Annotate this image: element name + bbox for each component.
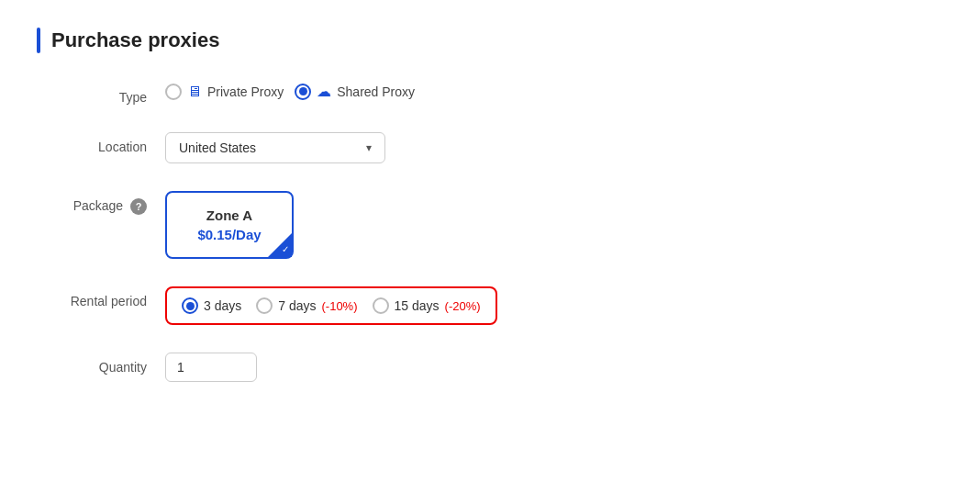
type-options: 🖥 Private Proxy ☁ Shared Proxy bbox=[165, 83, 415, 100]
type-option-shared[interactable]: ☁ Shared Proxy bbox=[295, 83, 415, 100]
rental-period-group: 3 days 7 days (-10%) 15 days (-20%) bbox=[165, 286, 497, 325]
package-row: Package ? Zone A $0.15/Day ✓ bbox=[37, 191, 943, 259]
rental-content: 3 days 7 days (-10%) 15 days (-20%) bbox=[165, 286, 497, 325]
package-content: Zone A $0.15/Day ✓ bbox=[165, 191, 294, 259]
chevron-down-icon: ▾ bbox=[366, 141, 372, 154]
location-value: United States bbox=[179, 140, 256, 155]
radio-15days[interactable] bbox=[373, 297, 389, 314]
location-label: Location bbox=[37, 132, 147, 154]
shared-proxy-icon: ☁ bbox=[317, 83, 331, 100]
shared-proxy-label: Shared Proxy bbox=[337, 84, 415, 99]
package-name: Zone A bbox=[189, 207, 270, 223]
rental-label: Rental period bbox=[37, 286, 147, 308]
type-label: Type bbox=[37, 83, 147, 105]
rental-option-7days[interactable]: 7 days (-10%) bbox=[256, 297, 357, 314]
rental-7days-discount: (-10%) bbox=[322, 299, 358, 313]
quantity-label: Quantity bbox=[37, 353, 147, 375]
location-content: United States ▾ bbox=[165, 132, 385, 163]
private-proxy-icon: 🖥 bbox=[187, 84, 202, 100]
location-row: Location United States ▾ bbox=[37, 132, 943, 163]
type-option-private[interactable]: 🖥 Private Proxy bbox=[165, 84, 284, 100]
package-card-zone-a[interactable]: Zone A $0.15/Day ✓ bbox=[165, 191, 294, 259]
rental-row: Rental period 3 days 7 days (-10%) 15 da… bbox=[37, 286, 943, 325]
radio-shared[interactable] bbox=[295, 84, 311, 100]
quantity-content bbox=[165, 353, 257, 382]
rental-15days-discount: (-20%) bbox=[445, 299, 481, 313]
rental-option-3days[interactable]: 3 days bbox=[182, 297, 241, 314]
quantity-input[interactable] bbox=[165, 353, 257, 382]
package-price: $0.15/Day bbox=[189, 227, 270, 242]
type-row: Type 🖥 Private Proxy ☁ Shared Proxy bbox=[37, 83, 943, 105]
page-header: Purchase proxies bbox=[37, 28, 943, 53]
quantity-row: Quantity bbox=[37, 353, 943, 382]
radio-3days[interactable] bbox=[182, 297, 198, 314]
title-accent-bar bbox=[37, 28, 40, 53]
rental-7days-label: 7 days bbox=[278, 298, 316, 313]
package-label: Package ? bbox=[37, 191, 147, 215]
package-selected-indicator: ✓ bbox=[268, 233, 292, 257]
location-dropdown[interactable]: United States ▾ bbox=[165, 132, 385, 163]
rental-option-15days[interactable]: 15 days (-20%) bbox=[373, 297, 481, 314]
private-proxy-label: Private Proxy bbox=[207, 84, 284, 99]
checkmark-icon: ✓ bbox=[282, 244, 289, 254]
radio-7days[interactable] bbox=[256, 297, 273, 314]
page-title: Purchase proxies bbox=[51, 28, 219, 52]
package-help-icon[interactable]: ? bbox=[130, 198, 147, 215]
radio-private[interactable] bbox=[165, 84, 182, 100]
rental-3days-label: 3 days bbox=[204, 298, 241, 313]
rental-15days-label: 15 days bbox=[395, 298, 440, 313]
